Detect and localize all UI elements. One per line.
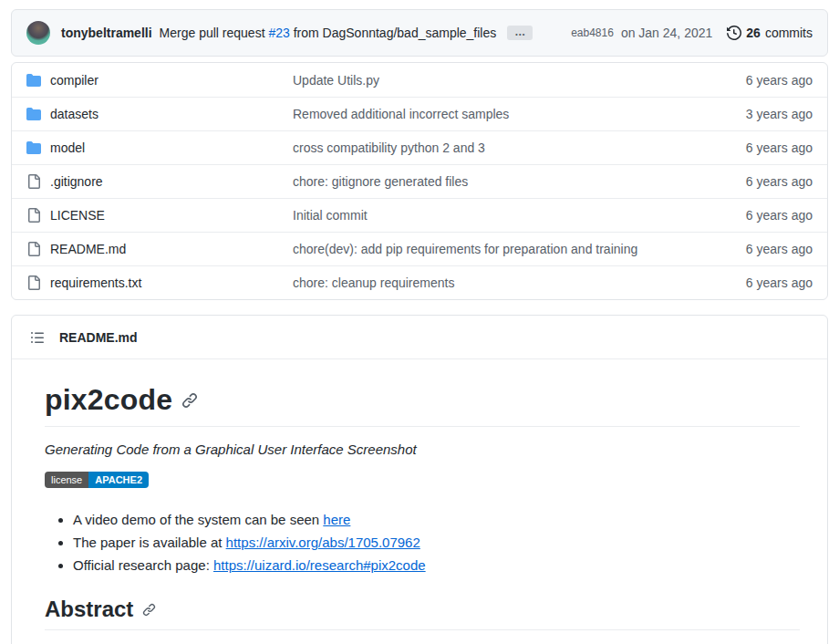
readme-body: pix2code Generating Code from a Graphica… — [12, 359, 827, 644]
file-name-link[interactable]: LICENSE — [50, 208, 105, 223]
commits-label: commits — [765, 26, 813, 40]
anchor-link-icon[interactable] — [181, 392, 198, 409]
repo-page: tonybeltramelli Merge pull request #23 f… — [0, 0, 839, 644]
file-name-link[interactable]: .gitignore — [50, 174, 103, 189]
demo-link[interactable]: here — [323, 512, 350, 527]
file-name-link[interactable]: compiler — [50, 73, 98, 88]
commit-message: Merge pull request #23 from DagSonntag/b… — [160, 26, 497, 40]
readme-heading-1: pix2code — [45, 383, 800, 427]
commit-message-link[interactable]: chore: gitignore generated files — [293, 174, 468, 189]
readme-panel: README.md pix2code Generating Code from … — [11, 315, 828, 644]
history-icon — [727, 26, 741, 40]
file-name-link[interactable]: README.md — [50, 242, 126, 256]
commit-message-post: from DagSonntag/bad_sample_files — [294, 26, 497, 40]
latest-commit-bar: tonybeltramelli Merge pull request #23 f… — [11, 9, 828, 57]
commit-age: 3 years ago — [703, 107, 813, 121]
table-row: LICENSE Initial commit 6 years ago — [12, 198, 827, 232]
badge-label: license — [45, 472, 88, 488]
table-row: README.md chore(dev): add pip requiremen… — [12, 232, 827, 265]
page-title: pix2code — [45, 383, 172, 417]
commit-age: 6 years ago — [703, 208, 813, 223]
file-name-link[interactable]: model — [50, 140, 85, 155]
commit-message-link[interactable]: chore: cleanup requirements — [293, 275, 454, 290]
pr-number-link[interactable]: #23 — [268, 26, 289, 40]
file-name-link[interactable]: requirements.txt — [50, 275, 141, 290]
table-row: .gitignore chore: gitignore generated fi… — [12, 164, 827, 198]
badge-value: APACHE2 — [88, 472, 149, 488]
commit-age: 6 years ago — [703, 73, 813, 88]
commit-message-link[interactable]: Initial commit — [293, 208, 368, 223]
research-page-link[interactable]: https://uizard.io/research#pix2code — [213, 557, 426, 573]
commit-message-link[interactable]: Update Utils.py — [293, 73, 379, 88]
commit-age: 6 years ago — [703, 275, 813, 290]
table-row: datasets Removed additional incorrect sa… — [12, 97, 827, 130]
commit-message-expand-button[interactable]: … — [507, 26, 533, 40]
file-name-link[interactable]: datasets — [50, 107, 98, 121]
bullet-text: The paper is available at — [73, 535, 226, 550]
commit-message-link[interactable]: Removed additional incorrect samples — [293, 107, 509, 121]
commit-message-link[interactable]: chore(dev): add pip requirements for pre… — [293, 242, 637, 256]
file-icon — [26, 242, 41, 256]
readme-file-label: README.md — [59, 330, 138, 345]
commit-age: 6 years ago — [703, 174, 813, 189]
commit-author-link[interactable]: tonybeltramelli — [61, 26, 152, 40]
list-item: The paper is available at https://arxiv.… — [73, 535, 800, 550]
commit-age: 6 years ago — [703, 242, 813, 256]
file-icon — [26, 208, 41, 223]
readme-bullet-list: A video demo of the system can be seen h… — [45, 512, 800, 573]
commit-message-link[interactable]: cross compatibility python 2 and 3 — [293, 140, 485, 155]
list-unordered-icon[interactable] — [30, 330, 45, 345]
table-row: model cross compatibility python 2 and 3… — [12, 130, 827, 164]
paper-link[interactable]: https://arxiv.org/abs/1705.07962 — [226, 535, 420, 550]
folder-icon — [26, 107, 41, 121]
file-table: compiler Update Utils.py 6 years ago dat… — [11, 62, 828, 300]
commit-age: 6 years ago — [703, 140, 813, 155]
list-item: A video demo of the system can be seen h… — [73, 512, 800, 527]
table-row: requirements.txt chore: cleanup requirem… — [12, 265, 827, 299]
bullet-text: Official research page: — [73, 557, 213, 573]
avatar[interactable] — [26, 21, 50, 45]
folder-icon — [26, 140, 41, 155]
file-icon — [26, 275, 41, 290]
commit-history-link[interactable]: 26 commits — [727, 26, 813, 40]
folder-icon — [26, 73, 41, 88]
license-badge: license APACHE2 — [45, 472, 149, 488]
commit-bar-right: eab4816 on Jan 24, 2021 26 commits — [571, 26, 813, 40]
anchor-link-icon[interactable] — [142, 603, 156, 617]
bullet-text: A video demo of the system can be seen — [73, 512, 323, 527]
readme-subtitle: Generating Code from a Graphical User In… — [45, 441, 800, 457]
commit-sha-link[interactable]: eab4816 — [571, 26, 614, 39]
readme-heading-2: Abstract — [45, 597, 800, 630]
file-icon — [26, 174, 41, 189]
list-item: Official research page: https://uizard.i… — [73, 557, 800, 573]
section-title: Abstract — [45, 597, 133, 622]
commits-count: 26 — [746, 26, 761, 40]
readme-header: README.md — [12, 316, 827, 359]
table-row: compiler Update Utils.py 6 years ago — [12, 63, 827, 97]
commit-message-pre: Merge pull request — [160, 26, 265, 40]
commit-date: on Jan 24, 2021 — [621, 26, 712, 40]
